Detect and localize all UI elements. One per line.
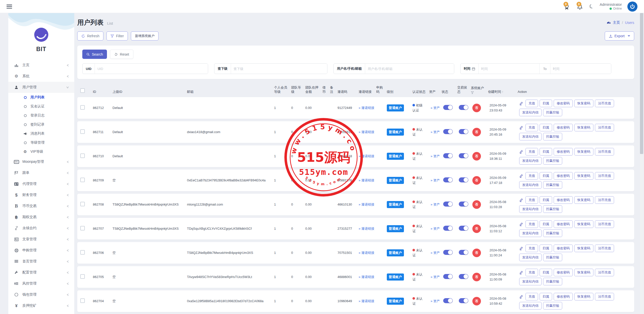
fiat-recharge-button[interactable]: 法币充值 (595, 124, 614, 131)
recharge-button[interactable]: 充值 (525, 293, 538, 300)
recover-password-button[interactable]: 恢复密码 (574, 245, 593, 252)
edit-pencil-icon[interactable] (519, 270, 523, 274)
recover-password-button[interactable]: 恢复密码 (574, 124, 593, 131)
win-control-button[interactable]: 控赢控输 (543, 133, 562, 140)
win-control-button[interactable]: 控赢控输 (543, 181, 562, 189)
time-end-input[interactable] (550, 64, 611, 74)
invite-link[interactable]: » 邀请链接 (359, 251, 374, 255)
change-password-button[interactable]: 修改密码 (554, 172, 573, 180)
status-toggle[interactable] (443, 226, 453, 231)
status-toggle[interactable] (443, 129, 453, 134)
belong-button[interactable]: 归属 (540, 148, 552, 155)
asset-link[interactable]: » 资产 (431, 154, 440, 158)
belong-button[interactable]: 归属 (540, 220, 552, 228)
time-start-input[interactable] (478, 64, 539, 74)
sidebar-subitem-login-log[interactable]: 登录日志 (8, 111, 74, 120)
change-password-button[interactable]: 修改密码 (554, 100, 573, 107)
select-all-checkbox[interactable] (80, 88, 85, 93)
trade-status-toggle[interactable] (459, 250, 468, 255)
account-type-badge[interactable]: 普通账户 (387, 201, 404, 208)
sidebar-item-risk[interactable]: 风控管理 < (8, 278, 74, 289)
asset-link[interactable]: » 资产 (431, 203, 440, 206)
sort-up-arrow[interactable]: ↑ (502, 90, 504, 94)
sidebar-item-home[interactable]: 主页 < (8, 60, 74, 71)
change-password-button[interactable]: 修改密码 (554, 245, 573, 252)
edit-pencil-icon[interactable] (519, 101, 523, 105)
change-password-button[interactable]: 修改密码 (554, 124, 573, 131)
belong-button[interactable]: 归属 (540, 196, 552, 204)
send-message-button[interactable]: 发送站内信 (519, 254, 542, 261)
search-button[interactable]: Search (82, 50, 107, 59)
win-control-button[interactable]: 控赢控输 (543, 157, 562, 165)
sidebar-item-subscribe[interactable]: 申购管理 < (8, 245, 74, 256)
trade-status-toggle[interactable] (459, 153, 468, 158)
sidebar-item-articles[interactable]: 文章管理 < (8, 234, 74, 245)
system-account-badge[interactable]: 否 (472, 128, 481, 136)
account-type-badge[interactable]: 普通账户 (387, 177, 404, 184)
row-checkbox[interactable] (80, 178, 85, 182)
edit-pencil-icon[interactable] (519, 149, 523, 154)
change-password-button[interactable]: 修改密码 (554, 269, 573, 276)
account-type-badge[interactable]: 普通账户 (387, 129, 404, 136)
send-message-button[interactable]: 发送站内信 (519, 278, 542, 285)
row-checkbox[interactable] (80, 298, 85, 303)
vertical-scrollbar[interactable] (640, 13, 643, 314)
win-control-button[interactable]: 控赢控输 (543, 205, 562, 213)
sidebar-subitem-vip-level[interactable]: ⚙ VIP等级 (8, 147, 74, 156)
win-control-button[interactable]: 控赢控输 (543, 109, 562, 116)
recover-password-button[interactable]: 恢复密码 (574, 220, 593, 228)
fiat-recharge-button[interactable]: 法币充值 (595, 245, 614, 252)
recover-password-button[interactable]: 恢复密码 (574, 148, 593, 155)
fiat-recharge-button[interactable]: 法币充值 (595, 293, 614, 300)
win-control-button[interactable]: 控赢控输 (543, 229, 562, 237)
recover-password-button[interactable]: 恢复密码 (574, 269, 593, 276)
trade-status-toggle[interactable] (459, 274, 468, 279)
invite-link[interactable]: » 邀请链接 (359, 106, 374, 110)
row-checkbox[interactable] (80, 129, 85, 134)
sidebar-item-wallet[interactable]: 钱包管理 < (8, 289, 74, 300)
asset-link[interactable]: » 资产 (431, 106, 440, 110)
fiat-recharge-button[interactable]: 法币充值 (595, 269, 614, 276)
scrollbar-thumb[interactable] (640, 13, 643, 154)
recharge-button[interactable]: 充值 (525, 269, 538, 276)
invite-link[interactable]: » 邀请链接 (359, 178, 374, 182)
sidebar-subitem-checkin[interactable]: 签到记录 (8, 120, 74, 129)
account-type-badge[interactable]: 普通账户 (387, 153, 404, 160)
sidebar-item-options[interactable]: ฿ 期权交易 < (8, 212, 74, 223)
dark-mode-toggle-icon[interactable]: ☾ (588, 3, 595, 10)
send-message-button[interactable]: 发送站内信 (519, 109, 542, 116)
export-button[interactable]: Export (605, 31, 634, 41)
system-account-badge[interactable]: 否 (472, 176, 481, 185)
belong-button[interactable]: 归属 (540, 245, 552, 252)
account-type-badge[interactable]: 普通账户 (387, 249, 404, 256)
win-control-button[interactable]: 控赢控输 (543, 254, 562, 261)
edit-pencil-icon[interactable] (519, 198, 523, 202)
invite-link[interactable]: » 邀请链接 (359, 203, 374, 206)
recharge-button[interactable]: 充值 (525, 100, 538, 107)
system-account-badge[interactable]: 否 (472, 297, 481, 305)
status-toggle[interactable] (443, 202, 453, 207)
status-toggle[interactable] (443, 177, 453, 182)
belong-button[interactable]: 归属 (540, 172, 552, 180)
sidebar-logo[interactable]: BIT (8, 13, 74, 53)
sidebar-item-config[interactable]: 配置管理 < (8, 267, 74, 278)
fiat-recharge-button[interactable]: 法币充值 (595, 148, 614, 155)
asset-link[interactable]: » 资产 (431, 130, 440, 134)
uid-input[interactable] (95, 64, 208, 74)
row-checkbox[interactable] (80, 105, 85, 110)
system-account-badge[interactable]: 否 (472, 104, 481, 112)
edit-pencil-icon[interactable] (519, 174, 523, 178)
edit-pencil-icon[interactable] (519, 246, 523, 250)
username-phone-email-input[interactable] (365, 64, 454, 74)
sidebar-subitem-user-list[interactable]: 用户列表 (8, 93, 74, 102)
filter-button[interactable]: Filter (106, 31, 128, 41)
send-message-button[interactable]: 发送站内信 (519, 133, 542, 140)
row-checkbox[interactable] (80, 202, 85, 206)
award-notification-button[interactable]: 0 (563, 3, 571, 10)
breadcrumb-home-link[interactable]: 主页 (613, 20, 620, 25)
belong-button[interactable]: 归属 (540, 293, 552, 300)
sidebar-item-partial[interactable] (8, 311, 74, 314)
account-type-badge[interactable]: 普通账户 (387, 298, 404, 305)
status-toggle[interactable] (443, 105, 453, 110)
invite-link[interactable]: » 邀请链接 (359, 130, 374, 134)
